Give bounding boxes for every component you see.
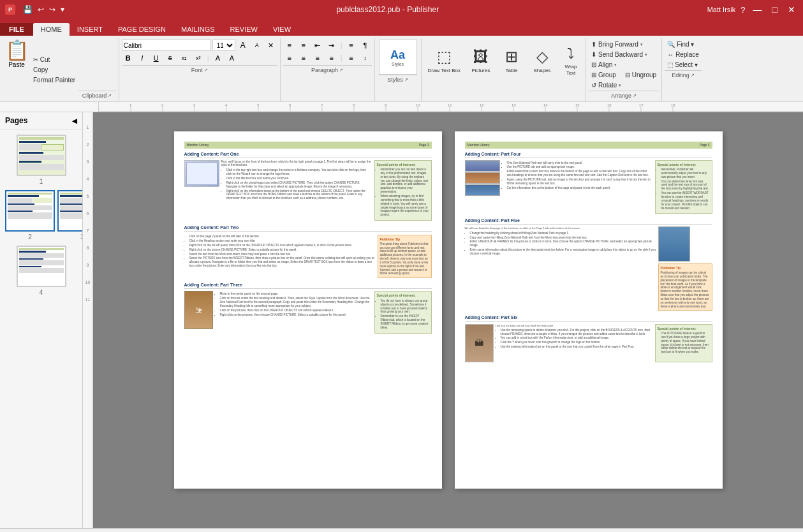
strikethrough-btn[interactable]: S: [164, 52, 177, 64]
svg-text:2: 2: [161, 103, 164, 107]
page-thumb-spread: 2: [5, 190, 77, 240]
group-btn[interactable]: ⊞ Group: [589, 70, 619, 80]
send-backward-btn[interactable]: ⬇ Send Backward ▾: [589, 50, 650, 59]
ribbon: 📋 Paste ✂ Cut Copy Format Painter Clipbo…: [0, 36, 803, 102]
sendbackward-arrow: ▾: [645, 52, 647, 57]
tab-home[interactable]: HOME: [33, 23, 70, 36]
superscript-btn[interactable]: x²: [192, 52, 205, 64]
tab-insert[interactable]: INSERT: [70, 23, 110, 36]
editing-label: Editing ↗: [665, 70, 702, 80]
page-thumb-img-2: [5, 190, 55, 232]
paragraph-marks-btn[interactable]: ¶: [359, 40, 372, 51]
tab-review[interactable]: REVIEW: [223, 23, 265, 36]
decrease-indent-btn[interactable]: ⇤: [311, 40, 324, 51]
paste-button[interactable]: 📋 Paste: [3, 40, 31, 100]
maximize-btn[interactable]: □: [770, 4, 780, 15]
font-expand-icon[interactable]: ↗: [204, 68, 208, 73]
tab-view[interactable]: VIEW: [265, 23, 298, 36]
find-btn[interactable]: 🔍 Find ▾: [665, 40, 702, 49]
increase-fontsize-btn[interactable]: A: [237, 40, 249, 51]
align-btn[interactable]: ⊟ Align ▾: [589, 60, 619, 70]
italic-btn[interactable]: I: [136, 52, 149, 64]
send-backward-icon: ⬇: [591, 51, 596, 58]
close-btn[interactable]: ✕: [785, 4, 798, 15]
tab-mailings[interactable]: MAILINGS: [173, 23, 223, 36]
format-painter-button[interactable]: Format Painter: [31, 75, 78, 85]
draw-textbox-btn[interactable]: ⬚ Draw Text Box: [424, 40, 464, 82]
styles-preview[interactable]: Aa Styles: [379, 40, 417, 75]
svg-text:12: 12: [480, 103, 484, 107]
minimize-btn[interactable]: —: [751, 4, 765, 15]
svg-text:11: 11: [448, 103, 452, 107]
bullets-btn[interactable]: ≡: [283, 40, 296, 51]
editing-expand-icon[interactable]: ↗: [691, 73, 695, 78]
cut-button[interactable]: ✂ Cut: [31, 55, 78, 64]
justify-btn[interactable]: ≡: [325, 52, 338, 64]
help-btn[interactable]: ?: [740, 5, 745, 15]
section4-sidebar: Special points of interest: Remember, Pu…: [655, 160, 712, 214]
font-name-input[interactable]: [122, 40, 211, 51]
shapes-btn[interactable]: ◇ Shapes: [528, 40, 556, 82]
pages-panel-header: Pages ◀: [0, 112, 82, 129]
page2-library: Marriton Library: [187, 143, 209, 147]
pictures-btn[interactable]: 🖼 Pictures: [467, 40, 495, 82]
page-thumb-4[interactable]: 4: [5, 246, 77, 296]
arrange-expand-icon[interactable]: ↗: [633, 93, 637, 98]
page3-num: Page 3: [700, 143, 710, 147]
vertical-ruler: 1234 5678 91011: [83, 112, 93, 528]
align-left-btn[interactable]: ≡: [283, 52, 296, 64]
rotate-btn[interactable]: ↺ Rotate ▾: [589, 80, 624, 90]
para-expand-icon[interactable]: ↗: [339, 68, 343, 73]
bring-forward-icon: ⬆: [591, 41, 596, 48]
font-size-select[interactable]: 11: [212, 40, 235, 51]
text-direction-btn[interactable]: ↕: [359, 52, 372, 64]
fontcolor-btn[interactable]: A: [212, 52, 225, 64]
clear-format-btn[interactable]: ✕: [265, 40, 277, 51]
canvas-area[interactable]: Marriton Library Page 2 Adding Content: …: [93, 112, 803, 528]
paragraph-label: Paragraph ↗: [283, 65, 372, 75]
increase-indent-btn[interactable]: ⇥: [325, 40, 338, 51]
copy-button[interactable]: Copy: [31, 65, 78, 75]
tab-pagedesign[interactable]: PAGE DESIGN: [110, 23, 173, 36]
table-label: Table: [505, 68, 517, 73]
table-btn[interactable]: ⊞ Table: [497, 40, 526, 82]
columns-btn[interactable]: ≡: [345, 52, 358, 64]
clipboard-group: 📋 Paste ✂ Cut Copy Format Painter Clipbo…: [0, 38, 119, 101]
clipboard-label: Clipboard ↗: [78, 91, 116, 100]
decrease-fontsize-btn[interactable]: A: [251, 40, 263, 51]
align-center-btn[interactable]: ≡: [297, 52, 310, 64]
tab-file[interactable]: FILE: [0, 23, 33, 36]
ungroup-btn[interactable]: ⊟ Ungroup: [623, 70, 659, 80]
wrap-text-btn[interactable]: ⤵ WrapText: [559, 40, 583, 82]
wrap-text-label: WrapText: [564, 64, 577, 76]
underline-btn[interactable]: U: [150, 52, 163, 64]
bring-forward-btn[interactable]: ⬆ Bring Forward ▾: [589, 40, 645, 49]
svg-text:5: 5: [257, 103, 260, 107]
page-thumb-1[interactable]: 1: [5, 135, 77, 185]
arrange-label: Arrange ↗: [589, 91, 659, 100]
subscript-btn[interactable]: x₂: [178, 52, 191, 64]
ribbon-tabs: FILE HOME INSERT PAGE DESIGN MAILINGS RE…: [0, 19, 803, 36]
numbering-btn[interactable]: ≡: [297, 40, 310, 51]
select-btn[interactable]: ⬚ Select ▾: [665, 60, 702, 70]
pages-collapse-btn[interactable]: ◀: [72, 117, 77, 124]
page2-num: Page 2: [419, 143, 429, 147]
redo-qa-btn[interactable]: ↪: [48, 5, 57, 14]
replace-btn[interactable]: ↔ Replace: [665, 50, 702, 59]
textcolor-btn[interactable]: A: [226, 52, 239, 64]
align-right-btn[interactable]: ≡: [311, 52, 324, 64]
save-qa-btn[interactable]: 💾: [22, 5, 34, 14]
svg-text:7: 7: [321, 103, 323, 107]
page-thumb-3[interactable]: 3: [57, 190, 83, 240]
table-icon: ⊞: [505, 48, 518, 66]
page-thumb-2[interactable]: 2: [5, 190, 55, 240]
linespacing-btn[interactable]: ≡: [345, 40, 358, 51]
objects-group: ⬚ Draw Text Box 🖼 Pictures ⊞ Table ◇ Sha…: [422, 38, 586, 101]
undo-qa-btn[interactable]: ↩: [36, 5, 45, 14]
section-part-four-title: Adding Content: Part Four: [465, 151, 712, 158]
more-qa-btn[interactable]: ▾: [59, 5, 66, 14]
bold-btn[interactable]: B: [122, 52, 135, 64]
document-spread: Marriton Library Page 2 Adding Content: …: [93, 112, 803, 508]
styles-expand-icon[interactable]: ↗: [404, 77, 408, 82]
bringforward-arrow: ▾: [640, 42, 643, 47]
